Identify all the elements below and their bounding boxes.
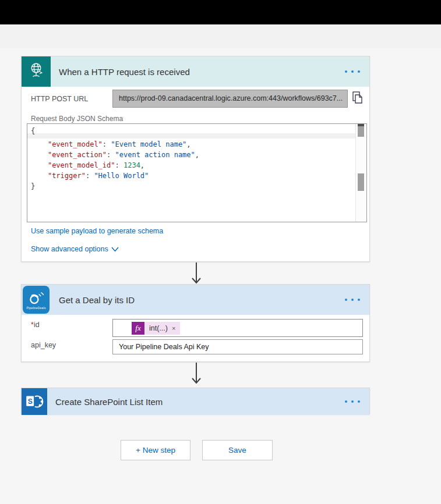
ellipsis-dot [345, 70, 347, 73]
sharepoint-card: S Create SharePoint List Item [21, 388, 370, 414]
trigger-card: When a HTTP request is received HTTP POS… [21, 56, 370, 262]
sharepoint-more-options-button[interactable] [336, 388, 369, 415]
fx-expression-icon[interactable]: fx [132, 322, 144, 335]
connector-arrow-icon [191, 363, 202, 384]
deal-card-title: Get a Deal by its ID [51, 285, 336, 315]
code-line: "event_action": "event action name", [31, 150, 355, 160]
scrollbar-thumb[interactable] [358, 124, 364, 137]
id-input[interactable]: fx int(...) × [112, 319, 363, 337]
editor-scrollbar[interactable] [355, 124, 366, 222]
api-key-input[interactable]: Your Pipeline Deals Api Key [112, 339, 363, 354]
sharepoint-card-title: Create SharePoint List Item [47, 388, 336, 415]
ellipsis-dot [358, 400, 360, 403]
chevron-down-icon [111, 247, 119, 252]
toolbar-band [0, 24, 441, 48]
json-schema-label: Request Body JSON Schema [31, 115, 123, 123]
ellipsis-dot [351, 400, 354, 403]
code-line: "event_model_id": 1234, [31, 160, 355, 171]
ellipsis-dot [351, 299, 354, 301]
new-step-button[interactable]: + New step [121, 440, 190, 460]
connector-arrow-icon [191, 262, 202, 284]
sample-payload-link[interactable]: Use sample payload to generate schema [31, 227, 163, 235]
code-line: "event_model": "Event model name", [31, 139, 355, 150]
deal-more-options-button[interactable] [336, 285, 369, 315]
code-line: { [31, 126, 355, 136]
trigger-more-options-button[interactable] [336, 56, 369, 87]
save-button[interactable]: Save [202, 440, 273, 460]
http-post-url-label: HTTP POST URL [31, 95, 88, 103]
svg-text:S: S [28, 397, 33, 406]
api-key-field-label: api_key [31, 341, 56, 349]
id-field-label: *id [31, 321, 40, 329]
top-black-bar [0, 0, 441, 24]
advanced-options-link[interactable]: Show advanced options [31, 245, 119, 253]
sharepoint-card-header[interactable]: S Create SharePoint List Item [22, 388, 369, 415]
deal-card-header[interactable]: PipelineDeals Get a Deal by its ID [22, 285, 369, 315]
scrollbar-thumb[interactable] [358, 173, 364, 191]
deal-card: PipelineDeals Get a Deal by its ID *id f… [21, 284, 370, 362]
ellipsis-dot [351, 70, 354, 73]
ellipsis-dot [345, 299, 347, 301]
code-line: } [31, 181, 355, 191]
ellipsis-dot [345, 400, 347, 403]
pipelinedeals-icon: PipelineDeals [22, 285, 51, 315]
trigger-card-header[interactable]: When a HTTP request is received [22, 56, 369, 87]
http-request-icon [22, 56, 51, 87]
ellipsis-dot [358, 70, 360, 73]
sharepoint-icon: S [22, 388, 47, 415]
http-post-url-value[interactable]: https://prod-09.canadacentral.logic.azur… [112, 90, 348, 108]
trigger-card-title: When a HTTP request is received [51, 56, 336, 87]
copy-icon[interactable] [351, 91, 364, 106]
code-line: "trigger": "Hello World" [31, 171, 355, 181]
json-schema-editor[interactable]: { "event_model": "Event model name", "ev… [27, 123, 367, 222]
ellipsis-dot [358, 299, 360, 301]
pipelinedeals-icon-label: PipelineDeals [26, 306, 45, 310]
remove-token-icon[interactable]: × [172, 325, 175, 332]
expression-token[interactable]: int(...) × [144, 322, 180, 335]
json-schema-code[interactable]: { "event_model": "Event model name", "ev… [27, 124, 355, 222]
